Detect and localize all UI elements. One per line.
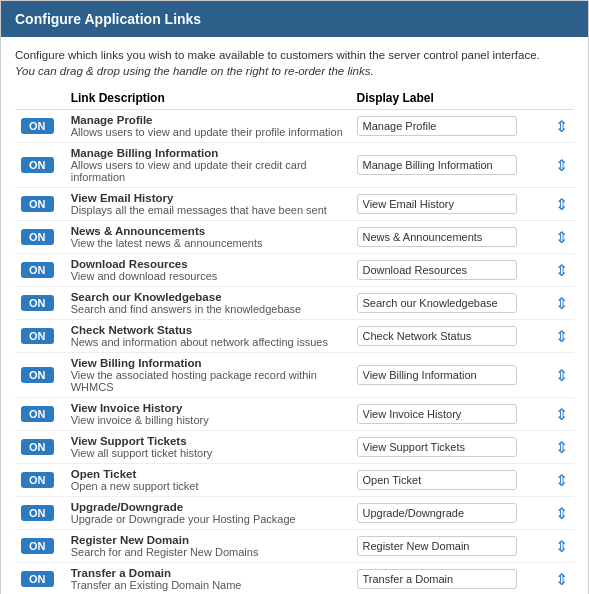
handle-cell: ⇕ xyxy=(549,398,574,431)
modal-header: Configure Application Links xyxy=(1,1,588,37)
link-title: Download Resources xyxy=(71,258,345,270)
toggle-cell: ON xyxy=(15,188,65,221)
label-input[interactable] xyxy=(357,194,517,214)
drag-handle-icon[interactable]: ⇕ xyxy=(555,157,568,174)
toggle-button[interactable]: ON xyxy=(21,262,54,278)
table-row: ON Check Network Status News and informa… xyxy=(15,320,574,353)
label-input[interactable] xyxy=(357,365,517,385)
label-input[interactable] xyxy=(357,470,517,490)
link-desc-cell: Open Ticket Open a new support ticket xyxy=(65,464,351,497)
drag-handle-icon[interactable]: ⇕ xyxy=(555,118,568,135)
label-cell xyxy=(351,497,549,530)
table-row: ON View Email History Displays all the e… xyxy=(15,188,574,221)
label-cell xyxy=(351,110,549,143)
handle-cell: ⇕ xyxy=(549,254,574,287)
link-desc-cell: View Support Tickets View all support ti… xyxy=(65,431,351,464)
toggle-cell: ON xyxy=(15,398,65,431)
table-row: ON Search our Knowledgebase Search and f… xyxy=(15,287,574,320)
table-row: ON View Billing Information View the ass… xyxy=(15,353,574,398)
link-desc-cell: News & Announcements View the latest new… xyxy=(65,221,351,254)
link-desc-cell: Download Resources View and download res… xyxy=(65,254,351,287)
link-subtitle: View the associated hosting package reco… xyxy=(71,369,345,393)
handle-cell: ⇕ xyxy=(549,497,574,530)
toggle-cell: ON xyxy=(15,497,65,530)
toggle-cell: ON xyxy=(15,143,65,188)
col-handle xyxy=(549,87,574,110)
link-title: Upgrade/Downgrade xyxy=(71,501,345,513)
drag-handle-icon[interactable]: ⇕ xyxy=(555,196,568,213)
drag-handle-icon[interactable]: ⇕ xyxy=(555,505,568,522)
link-subtitle: View all support ticket history xyxy=(71,447,345,459)
label-input[interactable] xyxy=(357,260,517,280)
label-cell xyxy=(351,464,549,497)
description-text: Configure which links you wish to make a… xyxy=(15,49,574,61)
drag-handle-icon[interactable]: ⇕ xyxy=(555,439,568,456)
link-title: View Billing Information xyxy=(71,357,345,369)
handle-cell: ⇕ xyxy=(549,188,574,221)
col-display-label: Display Label xyxy=(351,87,549,110)
drag-handle-icon[interactable]: ⇕ xyxy=(555,367,568,384)
drag-handle-icon[interactable]: ⇕ xyxy=(555,328,568,345)
toggle-button[interactable]: ON xyxy=(21,505,54,521)
drag-handle-icon[interactable]: ⇕ xyxy=(555,406,568,423)
toggle-button[interactable]: ON xyxy=(21,295,54,311)
handle-cell: ⇕ xyxy=(549,287,574,320)
drag-handle-icon[interactable]: ⇕ xyxy=(555,571,568,588)
toggle-cell: ON xyxy=(15,221,65,254)
handle-cell: ⇕ xyxy=(549,320,574,353)
label-input[interactable] xyxy=(357,227,517,247)
label-cell xyxy=(351,353,549,398)
link-subtitle: Search and find answers in the knowledge… xyxy=(71,303,345,315)
label-input[interactable] xyxy=(357,116,517,136)
label-input[interactable] xyxy=(357,326,517,346)
toggle-button[interactable]: ON xyxy=(21,229,54,245)
toggle-button[interactable]: ON xyxy=(21,571,54,587)
drag-handle-icon[interactable]: ⇕ xyxy=(555,229,568,246)
label-input[interactable] xyxy=(357,404,517,424)
toggle-button[interactable]: ON xyxy=(21,472,54,488)
drag-handle-icon[interactable]: ⇕ xyxy=(555,472,568,489)
toggle-button[interactable]: ON xyxy=(21,406,54,422)
toggle-button[interactable]: ON xyxy=(21,367,54,383)
link-desc-cell: Check Network Status News and informatio… xyxy=(65,320,351,353)
drag-handle-icon[interactable]: ⇕ xyxy=(555,262,568,279)
label-cell xyxy=(351,188,549,221)
link-desc-cell: View Email History Displays all the emai… xyxy=(65,188,351,221)
link-title: Check Network Status xyxy=(71,324,345,336)
link-desc-cell: View Invoice History View invoice & bill… xyxy=(65,398,351,431)
toggle-cell: ON xyxy=(15,320,65,353)
configure-application-links-modal: Configure Application Links Configure wh… xyxy=(0,0,589,594)
link-subtitle: Transfer an Existing Domain Name xyxy=(71,579,345,591)
link-title: News & Announcements xyxy=(71,225,345,237)
toggle-button[interactable]: ON xyxy=(21,538,54,554)
toggle-cell: ON xyxy=(15,254,65,287)
handle-cell: ⇕ xyxy=(549,221,574,254)
link-title: View Support Tickets xyxy=(71,435,345,447)
toggle-button[interactable]: ON xyxy=(21,196,54,212)
toggle-button[interactable]: ON xyxy=(21,157,54,173)
toggle-cell: ON xyxy=(15,431,65,464)
label-cell xyxy=(351,530,549,563)
link-subtitle: View invoice & billing history xyxy=(71,414,345,426)
label-input[interactable] xyxy=(357,569,517,589)
link-title: Register New Domain xyxy=(71,534,345,546)
link-subtitle: Search for and Register New Domains xyxy=(71,546,345,558)
modal-title: Configure Application Links xyxy=(15,11,201,27)
col-empty xyxy=(15,87,65,110)
label-input[interactable] xyxy=(357,155,517,175)
label-cell xyxy=(351,398,549,431)
label-input[interactable] xyxy=(357,536,517,556)
link-subtitle: View the latest news & announcements xyxy=(71,237,345,249)
toggle-button[interactable]: ON xyxy=(21,118,54,134)
drag-handle-icon[interactable]: ⇕ xyxy=(555,538,568,555)
label-input[interactable] xyxy=(357,437,517,457)
toggle-button[interactable]: ON xyxy=(21,328,54,344)
drag-handle-icon[interactable]: ⇕ xyxy=(555,295,568,312)
link-subtitle: Allows users to view and update their cr… xyxy=(71,159,345,183)
label-cell xyxy=(351,143,549,188)
link-desc-cell: Manage Billing Information Allows users … xyxy=(65,143,351,188)
toggle-cell: ON xyxy=(15,563,65,595)
toggle-button[interactable]: ON xyxy=(21,439,54,455)
label-input[interactable] xyxy=(357,293,517,313)
label-input[interactable] xyxy=(357,503,517,523)
